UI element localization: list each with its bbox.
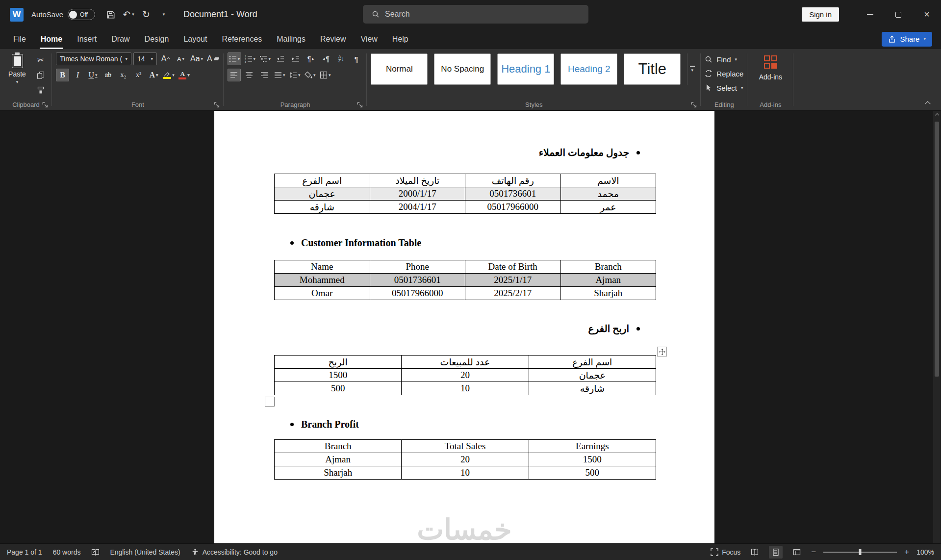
rtl-direction-button[interactable]: ◂¶ [319, 52, 332, 65]
sort-button[interactable]: AZ↓ [334, 52, 348, 65]
customer-table-arabic[interactable]: اسم الفرعتاريخ الميلادرقم الهاتفالاسمعجم… [274, 174, 656, 214]
table-cell[interactable]: عجمان [275, 187, 370, 201]
vertical-scrollbar[interactable] [933, 111, 941, 543]
numbering-button[interactable]: 123▾ [243, 52, 256, 65]
table-cell[interactable]: 2004/1/17 [370, 201, 465, 214]
ribbon-tab-help[interactable]: Help [385, 29, 416, 49]
accessibility-status[interactable]: Accessibility: Good to go [191, 548, 278, 556]
search-box[interactable]: Search [363, 5, 588, 24]
copy-button[interactable] [33, 69, 48, 81]
cut-button[interactable]: ✂ [33, 53, 48, 66]
text-effects-button[interactable]: A▾ [147, 69, 160, 81]
align-right-button[interactable] [258, 69, 271, 81]
font-color-button[interactable]: A ▾ [178, 69, 191, 81]
zoom-level[interactable]: 100% [916, 548, 934, 556]
ltr-direction-button[interactable]: ¶▸ [304, 52, 317, 65]
ribbon-tab-references[interactable]: References [214, 29, 269, 49]
doc-heading-customers-arabic[interactable]: جدول معلومات العملاء [274, 145, 656, 160]
shrink-font-button[interactable]: A▾ [174, 52, 187, 65]
table-cell[interactable]: 05017966000 [465, 201, 561, 214]
proofing-status-button[interactable] [91, 548, 99, 556]
scrollbar-up-button[interactable] [933, 111, 941, 120]
ribbon-tab-draw[interactable]: Draw [104, 29, 137, 49]
ribbon-tab-mailings[interactable]: Mailings [269, 29, 313, 49]
underline-button[interactable]: U▾ [86, 69, 100, 81]
table-cell[interactable]: 500 [275, 382, 402, 395]
read-mode-button[interactable] [748, 546, 762, 559]
ribbon-tab-layout[interactable]: Layout [176, 29, 214, 49]
bullets-button[interactable]: ▾ [228, 52, 242, 65]
word-count[interactable]: 60 words [53, 548, 81, 556]
style-card-normal[interactable]: Normal [371, 53, 428, 85]
language-indicator[interactable]: English (United States) [110, 548, 180, 556]
qat-customize-button[interactable]: ▾ [155, 6, 173, 24]
table-header-cell[interactable]: Branch [560, 260, 656, 274]
collapse-ribbon-button[interactable] [922, 99, 933, 106]
ribbon-tab-file[interactable]: File [6, 29, 33, 49]
superscript-button[interactable]: x² [132, 69, 145, 81]
table-cell[interactable]: Omar [275, 287, 370, 300]
table-cell[interactable]: Sharjah [560, 287, 656, 300]
profit-table-english[interactable]: BranchTotal SalesEarningsAjman201500Shar… [274, 439, 656, 480]
undo-button[interactable]: ↶▾ [120, 6, 137, 24]
table-move-handle[interactable] [657, 347, 667, 356]
table-cell[interactable]: عجمان [529, 369, 656, 382]
style-card-title[interactable]: Title [624, 53, 681, 85]
doc-heading-profit-arabic[interactable]: اربح الفرع [274, 321, 656, 336]
table-cell[interactable]: محمد [560, 187, 656, 201]
grow-font-button[interactable]: A [159, 52, 172, 65]
zoom-slider[interactable] [823, 552, 897, 553]
table-header-cell[interactable]: Branch [275, 440, 402, 453]
multilevel-list-button[interactable]: ▾ [258, 52, 272, 65]
clear-formatting-button[interactable]: A [206, 52, 220, 65]
selection-handle[interactable] [265, 397, 275, 407]
table-cell[interactable]: 2000/1/17 [370, 187, 465, 201]
style-card-heading-1[interactable]: Heading 1 [497, 53, 554, 85]
table-cell[interactable]: 1500 [529, 453, 656, 466]
table-cell[interactable]: 0501736601 [370, 274, 465, 287]
minimize-button[interactable] [856, 0, 884, 29]
format-painter-button[interactable] [33, 84, 48, 97]
table-cell[interactable]: 05017966000 [370, 287, 465, 300]
table-header-cell[interactable]: Total Sales [402, 440, 529, 453]
table-header-cell[interactable]: Phone [370, 260, 465, 274]
shading-button[interactable]: ▾ [304, 69, 317, 81]
style-card-heading-2[interactable]: Heading 2 [560, 53, 617, 85]
ribbon-tab-review[interactable]: Review [313, 29, 353, 49]
doc-heading-customers-english[interactable]: Customer Information Table [274, 235, 656, 250]
doc-heading-profit-english[interactable]: Branch Profit [274, 417, 656, 432]
table-header-cell[interactable]: عدد للمبيعات [402, 356, 529, 369]
zoom-out-button[interactable]: − [811, 547, 816, 557]
table-header-cell[interactable]: اسم الفرع [529, 356, 656, 369]
table-header-cell[interactable]: Date of Birth [465, 260, 561, 274]
table-cell[interactable]: شارقه [529, 382, 656, 395]
table-header-cell[interactable]: Name [275, 260, 370, 274]
close-button[interactable]: × [913, 0, 941, 29]
align-left-button[interactable] [228, 69, 241, 81]
table-header-cell[interactable]: الاسم [560, 174, 656, 187]
highlight-color-button[interactable]: ▾ [162, 69, 176, 81]
print-layout-button[interactable] [769, 546, 783, 559]
style-card-no-spacing[interactable]: No Spacing [434, 53, 491, 85]
bold-button[interactable]: B [56, 69, 69, 81]
show-formatting-marks-button[interactable]: ¶ [350, 52, 363, 65]
document-page[interactable]: جدول معلومات العملاء اسم الفرعتاريخ المي… [214, 111, 714, 543]
focus-toggle[interactable]: Focus [711, 548, 740, 556]
styles-dialog-launcher[interactable] [691, 102, 697, 108]
font-dialog-launcher[interactable] [214, 102, 220, 108]
ribbon-tab-view[interactable]: View [353, 29, 384, 49]
table-header-cell[interactable]: اسم الفرع [275, 174, 370, 187]
line-spacing-button[interactable]: ▾ [288, 69, 302, 81]
addins-button[interactable]: Add-ins [751, 52, 789, 81]
change-case-button[interactable]: Aa▾ [189, 52, 204, 65]
save-button[interactable] [102, 6, 120, 24]
table-header-cell[interactable]: تاريخ الميلاد [370, 174, 465, 187]
table-cell[interactable]: 10 [402, 466, 529, 480]
zoom-slider-handle[interactable] [859, 549, 862, 555]
borders-button[interactable]: ▾ [319, 69, 332, 81]
styles-gallery-more-button[interactable]: ▾ [687, 53, 697, 85]
table-cell[interactable]: 2025/1/17 [465, 274, 561, 287]
subscript-button[interactable]: x₂ [117, 69, 130, 81]
table-cell[interactable]: شارقه [275, 201, 370, 214]
table-cell[interactable]: 0501736601 [465, 187, 561, 201]
